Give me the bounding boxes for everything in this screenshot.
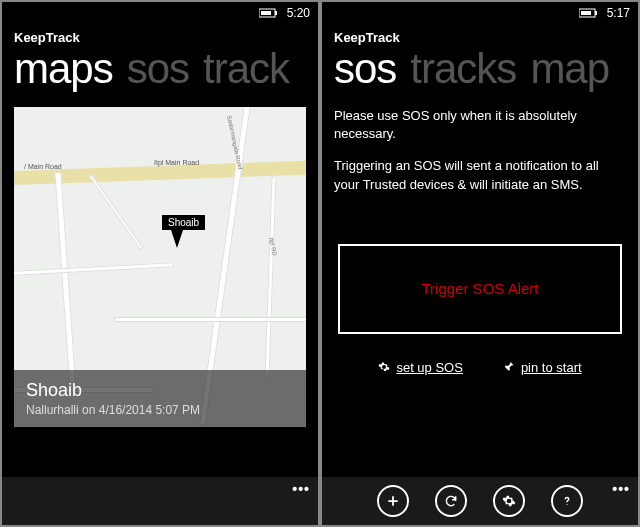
road bbox=[89, 174, 144, 250]
pivot-maps[interactable]: maps bbox=[14, 45, 113, 93]
more-icon[interactable]: ••• bbox=[292, 481, 310, 497]
app-title: KeepTrack bbox=[322, 24, 638, 45]
gear-icon bbox=[378, 361, 390, 373]
svg-rect-5 bbox=[595, 11, 597, 15]
setup-sos-link[interactable]: set up SOS bbox=[378, 360, 462, 375]
svg-rect-2 bbox=[275, 11, 277, 15]
settings-button[interactable] bbox=[493, 485, 525, 517]
trigger-sos-button[interactable]: Trigger SOS Alert bbox=[338, 244, 622, 334]
add-button[interactable] bbox=[377, 485, 409, 517]
marker-pointer bbox=[171, 230, 183, 248]
pivot-map[interactable]: map bbox=[530, 45, 609, 93]
road bbox=[54, 172, 76, 392]
sos-links: set up SOS pin to start bbox=[334, 360, 626, 375]
maps-content: / Main Road Itpl Main Road Sadarmangala … bbox=[2, 93, 318, 477]
svg-point-6 bbox=[566, 504, 567, 505]
road-label: Itpl Main Road bbox=[154, 159, 199, 166]
plus-icon bbox=[386, 494, 400, 508]
map-marker[interactable]: Shoaib bbox=[162, 215, 205, 248]
svg-rect-4 bbox=[581, 11, 591, 15]
pivot-tracks[interactable]: tracks bbox=[410, 45, 516, 93]
map-footer[interactable]: Shoaib Nallurhalli on 4/16/2014 5:07 PM bbox=[14, 370, 306, 427]
app-title: KeepTrack bbox=[2, 24, 318, 45]
status-bar: 5:20 bbox=[2, 2, 318, 24]
sos-warning-2: Triggering an SOS will sent a notificati… bbox=[334, 157, 626, 193]
clock: 5:17 bbox=[607, 6, 630, 20]
help-button[interactable] bbox=[551, 485, 583, 517]
pivot-header[interactable]: maps sos track bbox=[2, 45, 318, 93]
location-timestamp: Nallurhalli on 4/16/2014 5:07 PM bbox=[26, 403, 294, 417]
svg-rect-1 bbox=[261, 11, 271, 15]
road-label: / Main Road bbox=[24, 163, 62, 170]
more-icon[interactable]: ••• bbox=[612, 481, 630, 497]
road bbox=[114, 317, 306, 322]
refresh-icon bbox=[444, 494, 458, 508]
status-bar: 5:17 bbox=[322, 2, 638, 24]
contact-name: Shoaib bbox=[26, 380, 294, 401]
pivot-sos[interactable]: sos bbox=[334, 45, 396, 93]
road bbox=[265, 177, 277, 377]
pin-icon bbox=[503, 361, 515, 373]
pivot-track[interactable]: track bbox=[203, 45, 289, 93]
sos-content: Please use SOS only when it is absolutel… bbox=[322, 93, 638, 477]
marker-label: Shoaib bbox=[162, 215, 205, 230]
sos-warning-1: Please use SOS only when it is absolutel… bbox=[334, 107, 626, 143]
battery-icon bbox=[259, 8, 279, 18]
app-bar[interactable]: ••• bbox=[322, 477, 638, 525]
gear-icon bbox=[502, 494, 516, 508]
trigger-sos-label: Trigger SOS Alert bbox=[422, 280, 539, 297]
phone-screen-sos: 5:17 KeepTrack sos tracks map Please use… bbox=[322, 2, 638, 525]
question-icon bbox=[560, 494, 574, 508]
refresh-button[interactable] bbox=[435, 485, 467, 517]
app-bar[interactable]: ••• bbox=[2, 477, 318, 525]
pin-to-start-link[interactable]: pin to start bbox=[503, 360, 582, 375]
road bbox=[14, 262, 174, 276]
clock: 5:20 bbox=[287, 6, 310, 20]
map-card[interactable]: / Main Road Itpl Main Road Sadarmangala … bbox=[14, 107, 306, 427]
phone-screen-maps: 5:20 KeepTrack maps sos track / Main Roa… bbox=[2, 2, 318, 525]
battery-icon bbox=[579, 8, 599, 18]
pivot-header[interactable]: sos tracks map bbox=[322, 45, 638, 93]
pivot-sos[interactable]: sos bbox=[127, 45, 189, 93]
